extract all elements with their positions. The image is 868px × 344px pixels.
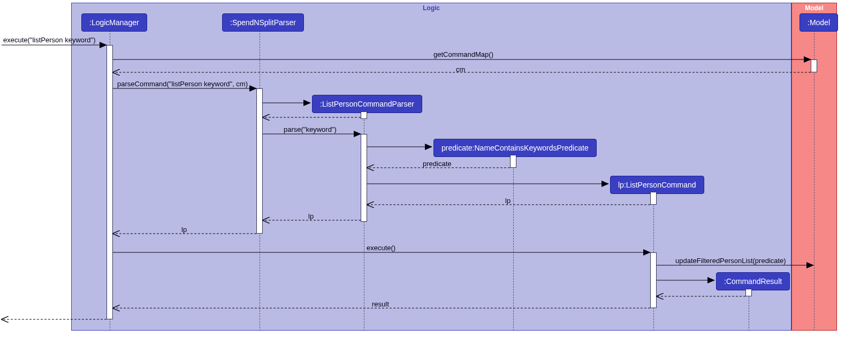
label-getcommandmap: getCommandMap() (433, 50, 493, 58)
label-cm: cm (456, 65, 465, 73)
participant-predicate: predicate:NameContainsKeywordsPredicate (433, 139, 597, 157)
lifeline-model (814, 31, 814, 331)
participant-listpersonparser: :ListPersonCommandParser (312, 95, 422, 113)
lifeline-predicate (513, 155, 514, 331)
label-updatefiltered: updateFilteredPersonList(predicate) (675, 257, 786, 265)
activation-model1 (811, 59, 817, 72)
label-execute-in: execute("listPerson keyword") (3, 36, 96, 44)
activation-listpersoncommand2 (650, 252, 657, 308)
activation-logicmanager (106, 45, 113, 319)
region-logic-title: Logic (72, 3, 791, 13)
label-lp1: lp (505, 197, 511, 205)
participant-spendnsplit: :SpendNSplitParser (222, 13, 304, 32)
label-execute2: execute() (367, 244, 395, 252)
label-lp2: lp (308, 212, 314, 220)
participant-logicmanager: :LogicManager (81, 13, 147, 32)
region-model-title: Model (792, 3, 836, 13)
activation-spendnsplit (256, 88, 263, 234)
activation-commandresult (745, 289, 752, 296)
label-lp3: lp (181, 226, 187, 234)
participant-model: :Model (800, 13, 838, 32)
activation-listpersonparser1 (361, 111, 367, 119)
participant-listpersoncommand: lp:ListPersonCommand (610, 176, 704, 194)
label-parsecommand: parseCommand("listPerson keyword", cm) (117, 80, 248, 88)
activation-listpersonparser2 (361, 134, 367, 222)
activation-listpersoncommand1 (650, 192, 657, 205)
participant-commandresult: :CommandResult (716, 272, 790, 290)
label-predicate: predicate (423, 160, 451, 168)
label-result: result (372, 300, 389, 308)
label-parse: parse("keyword") (284, 125, 337, 133)
activation-predicate (510, 155, 516, 168)
